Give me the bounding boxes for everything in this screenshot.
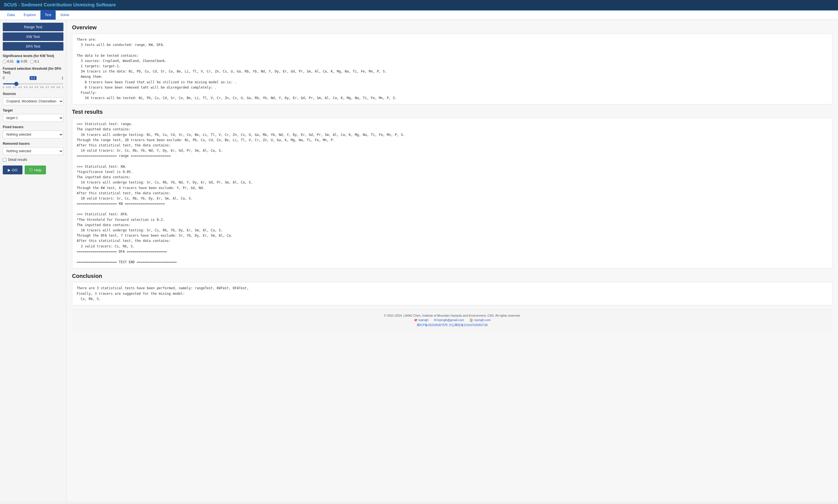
fixed-tracers-select[interactable]: Nothing selected (3, 131, 64, 138)
footer-home-link[interactable]: 🏠 lcpmgh.com (469, 318, 490, 322)
sig-01-text: 0.1 (35, 59, 39, 64)
tick-08: 0.8 (51, 86, 55, 89)
nav-explore[interactable]: Explore (19, 11, 40, 20)
footer-links: 🐙 lcpmgh ✉ lcpmgh@gmail.com 🏠 lcpmgh.com (76, 318, 828, 322)
sig-005-text: 0.05 (21, 59, 27, 64)
conclusion-title: Conclusion (72, 273, 833, 279)
nav-bar: Data Explore Test Solve (0, 11, 838, 20)
detail-results-label: Detail results (8, 158, 27, 162)
tick-03: 0.3 (24, 86, 28, 89)
target-select[interactable]: target-1 (3, 114, 64, 122)
tick-01: 0.1 (13, 86, 17, 89)
footer-email-label: lcpmgh@gmail.com (437, 318, 464, 322)
tick-06: 0.6 (40, 86, 44, 89)
app-header: SCUS - Sediment Contribution Unmixing So… (0, 0, 838, 11)
go-label: GO (12, 168, 17, 172)
removed-tracers-select[interactable]: Nothing selected (3, 147, 64, 155)
tick-05: 0.5 (35, 86, 38, 89)
detail-results-checkbox[interactable] (3, 158, 6, 162)
help-button[interactable]: ⓘ Help (25, 165, 46, 174)
nav-solve[interactable]: Solve (56, 11, 74, 20)
significance-radio-group: 0.01 0.05 0.1 (3, 59, 64, 64)
footer-icp: 冀ICP备2022003075号 川公网安备51010702002736 (76, 323, 828, 327)
tick-001: 0.01 (6, 86, 11, 89)
dfa-slider-section: Forward selection threshold (for DFA Tes… (3, 67, 64, 89)
footer-copyright: © 2021-2024, LIANG Chen, Institute of Mo… (76, 314, 828, 317)
main-content: Overview There are: 3 tests will be cond… (67, 20, 838, 502)
app-title: SCUS - Sediment Contribution Unmixing So… (4, 2, 116, 7)
sidebar: Range Test KW Test DFA Test Significance… (0, 20, 67, 502)
test-results-title: Test results (72, 109, 833, 115)
footer-github-label: lcpmgh (418, 318, 428, 322)
removed-tracers-label: Removed tracers (3, 142, 64, 146)
tick-07: 0.7 (46, 86, 49, 89)
removed-tracers-section: Removed tracers Nothing selected (3, 142, 64, 155)
tick-1: 1 (62, 86, 64, 89)
overview-box: There are: 3 tests will be conducted: ra… (72, 34, 833, 104)
go-button[interactable]: ▶ GO (3, 165, 22, 174)
nav-data[interactable]: Data (3, 11, 19, 20)
tick-0: 0 (3, 86, 4, 89)
fixed-tracers-section: Fixed tracers Nothing selected (3, 125, 64, 138)
tick-09: 0.9 (56, 86, 60, 89)
overview-title: Overview (72, 24, 833, 31)
sources-label: Sources (3, 92, 64, 96)
info-icon: ⓘ (29, 167, 33, 173)
help-label: Help (34, 168, 41, 172)
dfa-test-button[interactable]: DFA Test (3, 42, 64, 51)
email-icon: ✉ (434, 318, 437, 322)
target-section: Target target-1 (3, 108, 64, 122)
conclusion-box: There are 3 statistical tests have been … (72, 282, 833, 305)
play-icon: ▶ (8, 168, 11, 172)
sig-001-label[interactable]: 0.01 (3, 59, 14, 64)
slider-wrapper (3, 81, 64, 85)
sig-01-radio[interactable] (30, 60, 34, 64)
sources-section: Sources Cropland, Woodland, Channelbank (3, 92, 64, 105)
sources-select[interactable]: Cropland, Woodland, Channelbank (3, 97, 64, 105)
footer-email-link[interactable]: ✉ lcpmgh@gmail.com (434, 318, 464, 322)
sig-005-radio[interactable] (16, 60, 20, 64)
slider-max-label: 1 (62, 76, 64, 80)
footer-github-link[interactable]: 🐙 lcpmgh (414, 318, 429, 322)
home-icon: 🏠 (469, 318, 474, 322)
dfa-label: Forward selection threshold (for DFA Tes… (3, 67, 64, 74)
footer: © 2021-2024, LIANG Chen, Institute of Mo… (72, 310, 833, 331)
slider-ticks: 0 0.01 0.1 0.2 0.3 0.4 0.5 0.6 0.7 0.8 0… (3, 86, 64, 89)
github-icon: 🐙 (414, 318, 418, 322)
test-results-box: >>> Statistical test: range. The inputte… (72, 118, 833, 268)
significance-section: Significance levels (for KW Test) 0.01 0… (3, 54, 64, 64)
kw-test-button[interactable]: KW Test (3, 32, 64, 41)
slider-value-display: 0.2 (30, 76, 37, 80)
detail-results-row: Detail results (3, 158, 64, 162)
action-row: ▶ GO ⓘ Help (3, 165, 64, 174)
fixed-tracers-label: Fixed tracers (3, 125, 64, 129)
range-test-button[interactable]: Range Test (3, 23, 64, 31)
dfa-threshold-slider[interactable] (3, 83, 64, 85)
tick-02: 0.2 (19, 86, 22, 89)
sig-01-label[interactable]: 0.1 (30, 59, 39, 64)
significance-label: Significance levels (for KW Test) (3, 54, 64, 58)
tick-04: 0.4 (29, 86, 33, 89)
nav-test[interactable]: Test (40, 11, 56, 20)
sig-001-radio[interactable] (3, 60, 6, 64)
target-label: Target (3, 108, 64, 112)
sig-001-text: 0.01 (7, 59, 14, 64)
sig-005-label[interactable]: 0.05 (16, 59, 27, 64)
main-layout: Range Test KW Test DFA Test Significance… (0, 20, 838, 502)
footer-home-label: lcpmgh.com (474, 318, 491, 322)
slider-min-label: 0 (3, 76, 5, 80)
slider-label-row: 0 0.2 1 (3, 76, 64, 80)
